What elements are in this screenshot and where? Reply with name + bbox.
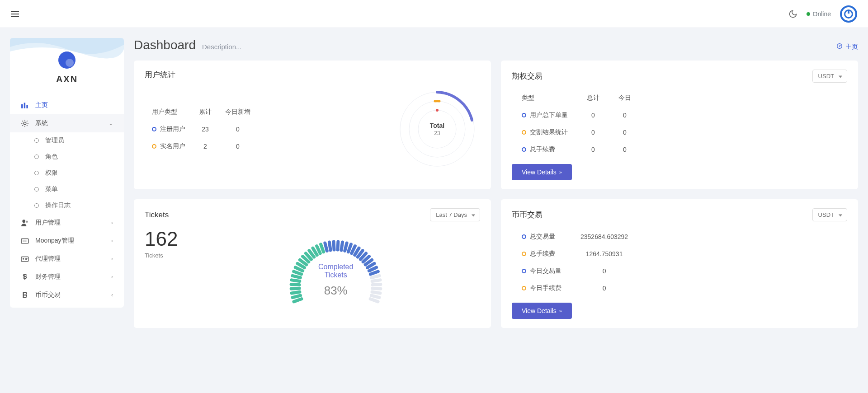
svg-line-52 [372, 280, 380, 281]
logo-text: AXN [10, 74, 124, 84]
sidebar-item-label: 用户管理 [35, 219, 61, 227]
page-description: Description... [202, 43, 242, 51]
main-content: Dashboard Description... 主页 用户统计 用户类型 累计 [134, 38, 858, 338]
completed-tickets-gauge: Completed Tickets 83% [191, 228, 480, 318]
svg-line-20 [292, 292, 300, 293]
chevron-left-icon: ‹ [111, 238, 113, 244]
sidebar-item-system[interactable]: 系统 ⌄ [10, 114, 124, 132]
svg-line-55 [372, 292, 380, 293]
online-dot-icon [807, 12, 810, 16]
table-row: 今日交易量 0 [513, 263, 637, 279]
sidebar: AXN 主页 系统 ⌄ 管理员 角色 权限 菜单 操作日志 用户管理 [10, 38, 124, 308]
ring-total-value: 23 [430, 130, 444, 136]
dollar-icon [21, 273, 29, 281]
dot-icon [522, 147, 526, 152]
ring-total-label: Total [430, 122, 444, 129]
card-title: 用户统计 [145, 70, 175, 80]
svg-line-50 [370, 271, 378, 274]
breadcrumb[interactable]: 主页 [836, 43, 858, 51]
sidebar-item-label: 币币交易 [35, 291, 61, 299]
sidebar-item-agent[interactable]: 代理管理 ‹ [10, 250, 124, 268]
sidebar-item-home[interactable]: 主页 [10, 96, 124, 114]
sidebar-item-finance[interactable]: 财务管理 ‹ [10, 268, 124, 286]
sidebar-sub-admin[interactable]: 管理员 [10, 132, 124, 149]
table-row: 今日手续费 0 [513, 280, 637, 296]
svg-line-51 [371, 276, 379, 277]
dashboard-icon [836, 43, 843, 51]
svg-rect-10 [25, 258, 28, 259]
bullet-icon [34, 187, 39, 192]
dot-icon [522, 286, 526, 290]
svg-point-17 [436, 109, 439, 112]
sidebar-item-label: Moonpay管理 [35, 237, 74, 245]
chevron-down-icon: ⌄ [108, 120, 113, 126]
spot-trade-card: 币币交易 USDT 总交易量 2352684.603292 总手续费 1264.… [501, 199, 858, 328]
sidebar-sub-menu[interactable]: 菜单 [10, 181, 124, 197]
bars-icon [21, 101, 29, 109]
svg-line-40 [344, 243, 346, 251]
sidebar-item-label: 代理管理 [35, 255, 61, 263]
svg-line-56 [371, 295, 379, 297]
currency-select[interactable]: USDT [812, 70, 847, 83]
page-title: Dashboard [134, 38, 196, 52]
sidebar-item-user-mgmt[interactable]: 用户管理 ‹ [10, 214, 124, 232]
ticket-count-label: Tickets [145, 252, 178, 259]
sidebar-sub-role[interactable]: 角色 [10, 149, 124, 165]
bullet-icon [34, 203, 39, 208]
svg-rect-0 [21, 104, 23, 108]
options-trade-card: 期权交易 USDT 类型 总计 今日 用户总下单量 0 0 [501, 61, 858, 189]
table-row: 交割结果统计 0 0 [513, 124, 640, 140]
svg-line-42 [351, 246, 355, 253]
svg-rect-8 [21, 257, 28, 262]
cc-icon: CC [21, 237, 29, 245]
gauge-percent: 83% [307, 284, 365, 298]
svg-line-37 [334, 242, 334, 250]
svg-text:CC: CC [23, 239, 27, 243]
sidebar-item-label: 主页 [35, 101, 48, 109]
svg-point-5 [26, 221, 28, 223]
user-icon [21, 219, 29, 227]
avatar[interactable] [840, 5, 857, 23]
dot-icon [152, 144, 156, 149]
gear-icon [21, 119, 29, 127]
user-total-ring-chart: Total 23 [394, 86, 480, 172]
currency-select[interactable]: USDT [812, 208, 847, 221]
sidebar-item-moonpay[interactable]: CC Moonpay管理 ‹ [10, 232, 124, 250]
svg-line-24 [292, 276, 300, 277]
table-row: 注册用户 23 0 [146, 121, 257, 137]
table-row: 总交易量 2352684.603292 [513, 229, 637, 245]
bold-icon [21, 291, 29, 299]
dark-mode-icon[interactable] [788, 9, 797, 19]
svg-line-23 [292, 280, 300, 281]
svg-line-41 [348, 244, 351, 252]
options-table: 类型 总计 今日 用户总下单量 0 0 交割结果统计 0 0 [512, 89, 641, 159]
table-row: 实名用户 2 0 [146, 138, 257, 154]
view-details-button[interactable]: View Details » [512, 303, 572, 319]
sidebar-item-spot[interactable]: 币币交易 ‹ [10, 286, 124, 304]
user-stats-card: 用户统计 用户类型 累计 今日新增 注册用户 23 0 [134, 61, 491, 189]
id-card-icon [21, 255, 29, 263]
svg-line-54 [373, 288, 381, 289]
svg-rect-2 [26, 105, 28, 108]
online-label: Online [813, 10, 831, 18]
sidebar-sub-permission[interactable]: 权限 [10, 165, 124, 181]
menu-toggle-button[interactable] [11, 11, 19, 17]
double-chevron-right-icon: » [559, 308, 562, 313]
svg-line-26 [295, 267, 302, 271]
double-chevron-right-icon: » [559, 169, 562, 175]
view-details-button[interactable]: View Details » [512, 164, 572, 180]
dot-icon [522, 269, 526, 273]
chevron-left-icon: ‹ [111, 274, 113, 280]
bullet-icon [34, 138, 39, 143]
chevron-left-icon: ‹ [111, 292, 113, 298]
online-status-badge: Online [807, 10, 831, 18]
table-row: 总手续费 1264.750931 [513, 246, 637, 262]
dot-icon [152, 127, 156, 131]
sidebar-sub-log[interactable]: 操作日志 [10, 197, 124, 214]
logo-area: AXN [10, 38, 124, 93]
svg-point-3 [24, 122, 26, 125]
bullet-icon [34, 154, 39, 159]
range-select[interactable]: Last 7 Days [430, 208, 480, 221]
svg-line-18 [294, 299, 302, 302]
svg-line-33 [316, 246, 320, 253]
